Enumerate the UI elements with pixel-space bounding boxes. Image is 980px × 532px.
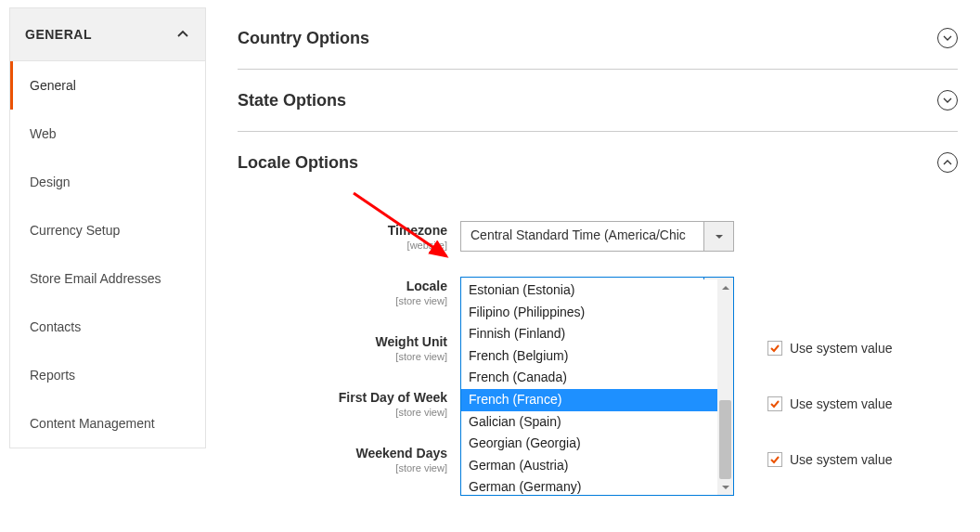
locale-option[interactable]: French (Belgium) (461, 345, 717, 368)
first-day-label: First Day of Week (339, 390, 447, 405)
sidebar: GENERAL General Web Design Currency Setu… (0, 0, 215, 532)
scroll-up-icon[interactable] (717, 279, 733, 295)
sidebar-item-reports[interactable]: Reports (10, 351, 205, 399)
first-day-use-system-checkbox[interactable] (767, 396, 782, 411)
locale-option[interactable]: Filipino (Philippines) (461, 302, 717, 324)
weight-unit-use-system-checkbox[interactable] (767, 341, 782, 356)
section-title: Country Options (238, 29, 369, 48)
sidebar-item-general[interactable]: General (10, 61, 205, 110)
weight-unit-scope: [store view] (238, 351, 447, 362)
timezone-select[interactable]: Central Standard Time (America/Chic (460, 221, 734, 252)
locale-option[interactable]: German (Austria) (461, 455, 717, 477)
sidebar-item-contacts[interactable]: Contacts (10, 303, 205, 351)
expand-icon (937, 90, 958, 110)
sidebar-item-content-management[interactable]: Content Management (10, 399, 205, 448)
scrollbar[interactable] (717, 279, 733, 495)
locale-option[interactable]: German (Germany) (461, 476, 717, 495)
sidebar-group-general[interactable]: GENERAL (9, 7, 206, 61)
locale-dropdown-list[interactable]: Estonian (Estonia)Filipino (Philippines)… (460, 279, 734, 496)
timezone-label: Timezone (388, 223, 447, 238)
sidebar-item-design[interactable]: Design (10, 158, 205, 206)
locale-option[interactable]: Galician (Spain) (461, 411, 717, 434)
use-system-label: Use system value (790, 341, 892, 356)
sidebar-items: General Web Design Currency Setup Store … (9, 61, 206, 448)
scrollbar-thumb[interactable] (719, 400, 731, 479)
sidebar-item-currency-setup[interactable]: Currency Setup (10, 206, 205, 254)
section-title: State Options (238, 91, 346, 110)
locale-option[interactable]: French (France) (461, 389, 717, 411)
scroll-down-icon[interactable] (717, 479, 733, 495)
chevron-up-icon (175, 27, 190, 42)
use-system-label: Use system value (790, 452, 892, 467)
weekend-days-label: Weekend Days (355, 446, 447, 461)
expand-icon (937, 28, 958, 48)
section-title: Locale Options (238, 153, 358, 173)
sidebar-item-web[interactable]: Web (10, 110, 205, 158)
weight-unit-label: Weight Unit (375, 334, 447, 349)
sidebar-group-label: GENERAL (25, 27, 92, 42)
main-content: Country Options State Options Locale Opt… (215, 0, 980, 532)
weekend-days-scope: [store view] (238, 462, 447, 474)
dropdown-toggle-icon[interactable] (703, 222, 733, 251)
locale-options-form: Timezone [website] Central Standard Time… (238, 193, 958, 479)
timezone-scope: [website] (238, 240, 447, 251)
row-timezone: Timezone [website] Central Standard Time… (238, 221, 958, 256)
first-day-scope: [store view] (238, 407, 447, 418)
locale-option[interactable]: French (Canada) (461, 367, 717, 389)
weekend-use-system-checkbox[interactable] (767, 452, 782, 467)
locale-option[interactable]: Georgian (Georgia) (461, 433, 717, 455)
locale-option[interactable]: Finnish (Finland) (461, 323, 717, 345)
locale-label: Locale (406, 279, 447, 293)
sidebar-item-store-email[interactable]: Store Email Addresses (10, 254, 205, 303)
timezone-value: Central Standard Time (America/Chic (461, 222, 703, 251)
section-country-options[interactable]: Country Options (238, 7, 958, 70)
locale-option[interactable]: Estonian (Estonia) (461, 279, 717, 302)
section-locale-options[interactable]: Locale Options (238, 132, 958, 193)
use-system-label: Use system value (790, 396, 892, 411)
locale-scope: [store view] (238, 295, 447, 306)
collapse-icon (937, 152, 958, 173)
section-state-options[interactable]: State Options (238, 70, 958, 132)
